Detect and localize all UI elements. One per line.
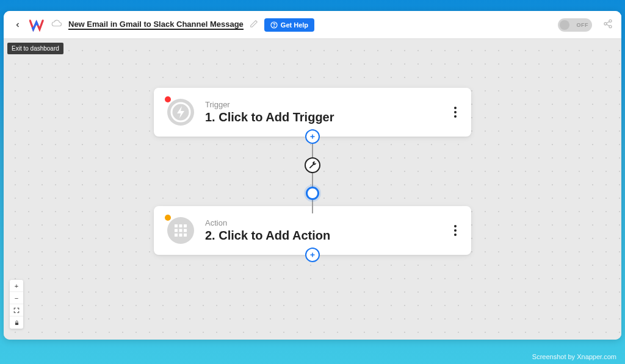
zoom-controls: + − (10, 280, 23, 329)
trigger-card-icon (166, 98, 195, 127)
trigger-kebab-menu[interactable] (452, 104, 459, 120)
svg-rect-11 (179, 224, 182, 227)
wrench-icon (308, 161, 317, 170)
svg-point-4 (609, 25, 612, 27)
tools-button[interactable] (305, 157, 320, 173)
edit-title-button[interactable] (250, 20, 258, 30)
fit-icon (13, 307, 20, 313)
svg-point-1 (273, 26, 274, 27)
connector-line (312, 144, 313, 157)
trigger-label: Trigger (205, 100, 442, 109)
toggle-knob (560, 20, 569, 30)
add-step-button-top[interactable] (305, 129, 320, 144)
back-button[interactable] (12, 20, 23, 30)
share-icon (603, 19, 613, 29)
app-window: New Email in Gmail to Slack Channel Mess… (4, 11, 621, 340)
connector-line (312, 173, 313, 187)
lock-canvas-button[interactable] (10, 316, 23, 329)
svg-rect-21 (15, 323, 18, 325)
header-bar: New Email in Gmail to Slack Channel Mess… (4, 11, 621, 39)
grid-circle-icon (166, 216, 195, 245)
zoom-out-button[interactable]: − (10, 292, 23, 304)
status-badge-orange (165, 215, 171, 221)
status-badge-red (165, 96, 171, 102)
share-button[interactable] (603, 19, 613, 31)
insert-point-button[interactable] (306, 187, 319, 200)
connector-stack-2 (305, 248, 320, 262)
automation-toggle[interactable]: OFF (558, 18, 592, 32)
action-card-icon (166, 216, 195, 245)
flow-canvas[interactable]: Exit to dashboard Trigger 1. Click to Ad… (4, 39, 621, 340)
connector-stack-1 (305, 129, 320, 213)
chevron-left-icon (14, 21, 21, 29)
plus-icon (309, 251, 316, 259)
connector-line (312, 200, 313, 213)
svg-point-2 (609, 20, 612, 22)
lock-icon (14, 320, 20, 326)
svg-rect-15 (184, 229, 187, 232)
toggle-label: OFF (577, 22, 589, 28)
svg-rect-14 (179, 229, 182, 232)
svg-point-3 (604, 23, 607, 25)
add-step-button-bottom[interactable] (305, 248, 320, 262)
svg-rect-12 (184, 224, 187, 227)
zoom-in-button[interactable]: + (10, 280, 23, 292)
flow-title-input[interactable]: New Email in Gmail to Slack Channel Mess… (68, 20, 244, 30)
exit-tooltip: Exit to dashboard (7, 43, 63, 54)
trigger-card-text: Trigger 1. Click to Add Trigger (205, 100, 442, 124)
lightning-circle-icon (166, 98, 195, 127)
cloud-sync-icon (51, 20, 62, 30)
fit-view-button[interactable] (10, 304, 23, 316)
svg-rect-10 (175, 224, 178, 227)
help-icon (270, 21, 278, 29)
pencil-icon (250, 20, 258, 28)
plus-icon (309, 133, 316, 140)
svg-rect-18 (184, 234, 187, 237)
action-kebab-menu[interactable] (452, 223, 459, 238)
trigger-title: 1. Click to Add Trigger (205, 110, 442, 124)
flow-column: Trigger 1. Click to Add Trigger (154, 88, 471, 255)
watermark-text: Screenshot by Xnapper.com (532, 353, 616, 360)
get-help-label: Get Help (281, 21, 308, 29)
svg-rect-17 (179, 234, 182, 237)
get-help-button[interactable]: Get Help (264, 18, 314, 32)
svg-rect-13 (175, 229, 178, 232)
app-logo (29, 18, 45, 32)
action-label: Action (205, 218, 442, 227)
svg-rect-16 (175, 234, 178, 237)
action-card-text: Action 2. Click to Add Action (205, 218, 442, 243)
action-title: 2. Click to Add Action (205, 229, 442, 243)
